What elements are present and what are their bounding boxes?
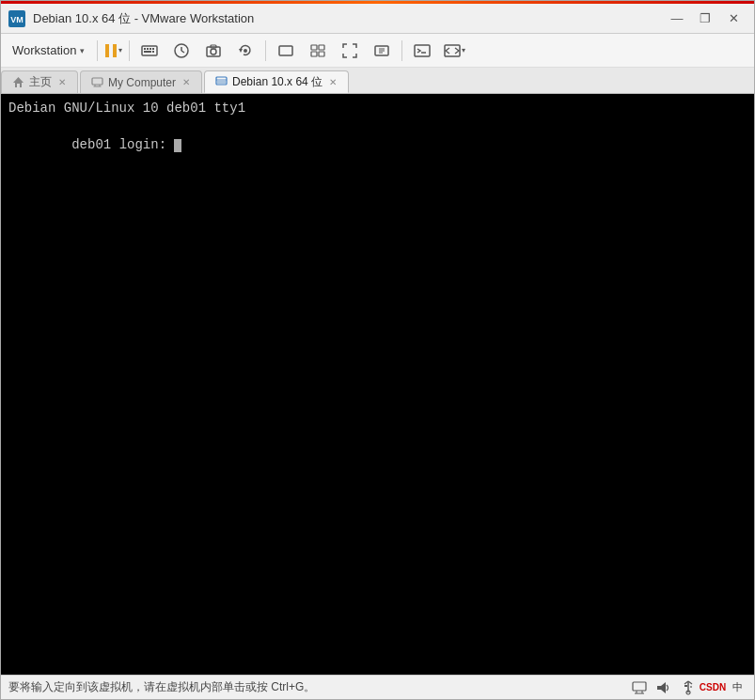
view-normal-icon <box>277 42 294 59</box>
view-stretch-button[interactable]: ▾ <box>439 38 469 64</box>
svg-rect-20 <box>311 45 317 50</box>
send-ctrl-alt-del-button[interactable] <box>134 38 165 64</box>
terminal-line-1: Debian GNU/Linux 10 deb01 tty1 <box>8 100 747 118</box>
snapshot-icon <box>205 42 222 59</box>
tab-mycomputer-label: My Computer <box>108 76 176 89</box>
audio-status-icon[interactable] <box>654 678 673 697</box>
svg-rect-43 <box>657 686 661 690</box>
tab-debian-close[interactable]: ✕ <box>327 76 338 88</box>
toolbar: Workstation ▾ ▾ <box>1 34 754 68</box>
svg-rect-32 <box>92 78 102 85</box>
minimize-button[interactable]: — <box>664 8 690 30</box>
tab-home-label: 主页 <box>29 74 52 90</box>
window-title: Debian 10.x 64 位 - VMware Workstation <box>33 10 254 27</box>
svg-rect-8 <box>152 48 154 50</box>
toolbar-separator-4 <box>401 40 402 61</box>
terminal-area[interactable]: Debian GNU/Linux 10 deb01 tty1 deb01 log… <box>1 94 754 675</box>
svg-rect-38 <box>217 81 226 84</box>
terminal-cursor <box>174 139 181 152</box>
svg-point-15 <box>211 49 216 54</box>
take-snapshot-button[interactable] <box>198 38 228 64</box>
pause-button[interactable]: ▾ <box>102 39 124 62</box>
status-bar: 要将输入定向到该虚拟机，请在虚拟机内部单击或按 Ctrl+G。 <box>1 675 754 699</box>
view-normal-button[interactable] <box>271 38 301 64</box>
restore-button[interactable]: ❐ <box>692 8 718 30</box>
svg-marker-31 <box>13 77 24 87</box>
tab-home-close[interactable]: ✕ <box>56 76 68 88</box>
svg-rect-30 <box>445 45 460 56</box>
view-autofit-button[interactable] <box>367 38 397 64</box>
svg-rect-48 <box>684 685 687 687</box>
status-message: 要将输入定向到该虚拟机，请在虚拟机内部单击或按 Ctrl+G。 <box>8 679 630 695</box>
workstation-dropdown-arrow: ▾ <box>80 46 85 55</box>
toolbar-separator-2 <box>129 40 130 61</box>
title-bar-controls: — ❐ ✕ <box>664 8 747 30</box>
svg-marker-17 <box>239 49 243 53</box>
revert-icon <box>237 42 254 59</box>
svg-rect-3 <box>113 44 117 57</box>
tabs-bar: 主页 ✕ My Computer ✕ <box>1 68 754 94</box>
fullscreen-icon <box>341 42 358 59</box>
title-bar: VM Debian 10.x 64 位 - VMware Workstation… <box>1 4 754 34</box>
terminal[interactable]: Debian GNU/Linux 10 deb01 tty1 deb01 log… <box>1 94 754 675</box>
vmware-icon: VM <box>8 10 25 27</box>
title-bar-left: VM Debian 10.x 64 位 - VMware Workstation <box>8 10 254 27</box>
svg-marker-44 <box>661 682 666 693</box>
svg-rect-22 <box>311 52 317 56</box>
view-unity-button[interactable] <box>303 38 333 64</box>
tab-debian[interactable]: Debian 10.x 64 位 ✕ <box>204 70 349 93</box>
revert-snapshot-button[interactable] <box>230 38 260 64</box>
svg-rect-21 <box>319 45 324 50</box>
usb-status-icon[interactable] <box>679 678 698 697</box>
workstation-label: Workstation <box>12 43 76 57</box>
svg-rect-28 <box>415 45 430 56</box>
svg-text:VM: VM <box>10 15 24 24</box>
svg-line-13 <box>181 51 184 53</box>
tab-mycomputer-close[interactable]: ✕ <box>181 76 192 88</box>
keyboard-icon <box>141 42 158 59</box>
svg-rect-6 <box>147 48 149 50</box>
stretch-icon <box>444 42 461 59</box>
autofit-icon <box>373 42 390 59</box>
workstation-menu-button[interactable]: Workstation ▾ <box>5 39 92 61</box>
home-tab-icon <box>11 76 24 89</box>
svg-rect-5 <box>144 48 146 50</box>
svg-rect-23 <box>319 52 324 56</box>
app-window: VM Debian 10.x 64 位 - VMware Workstation… <box>0 0 755 700</box>
tab-mycomputer[interactable]: My Computer ✕ <box>80 70 202 93</box>
toolbar-separator-3 <box>265 40 266 61</box>
svg-rect-2 <box>105 44 109 57</box>
tab-home[interactable]: 主页 ✕ <box>1 70 78 93</box>
pause-icon <box>104 42 118 59</box>
terminal-prompt: deb01 login: <box>71 137 174 152</box>
console-button[interactable] <box>407 38 437 64</box>
toolbar-separator-1 <box>97 40 98 61</box>
terminal-line-3: deb01 login: <box>8 118 747 174</box>
snapshot-manager-button[interactable] <box>166 38 197 64</box>
mycomputer-tab-icon <box>90 76 103 89</box>
status-icons: CSDN 中 <box>630 678 747 697</box>
csdn-status-icon[interactable]: CSDN <box>703 678 722 697</box>
console-icon <box>414 42 431 59</box>
svg-rect-10 <box>152 51 154 53</box>
svg-rect-39 <box>633 682 646 691</box>
enter-fullscreen-button[interactable] <box>335 38 365 64</box>
svg-point-18 <box>244 49 247 53</box>
debian-tab-icon <box>214 75 228 88</box>
tab-debian-label: Debian 10.x 64 位 <box>232 74 322 90</box>
close-button[interactable]: ✕ <box>720 8 747 30</box>
pause-dropdown-arrow: ▾ <box>118 46 122 54</box>
svg-rect-9 <box>144 51 151 53</box>
svg-rect-19 <box>279 46 292 55</box>
svg-rect-7 <box>149 48 151 50</box>
stretch-dropdown-arrow: ▾ <box>462 46 465 54</box>
network-status-icon[interactable] <box>630 678 649 697</box>
view-unity-icon <box>309 42 326 59</box>
clock-icon <box>173 42 190 59</box>
ime-status-icon[interactable]: 中 <box>728 678 747 697</box>
